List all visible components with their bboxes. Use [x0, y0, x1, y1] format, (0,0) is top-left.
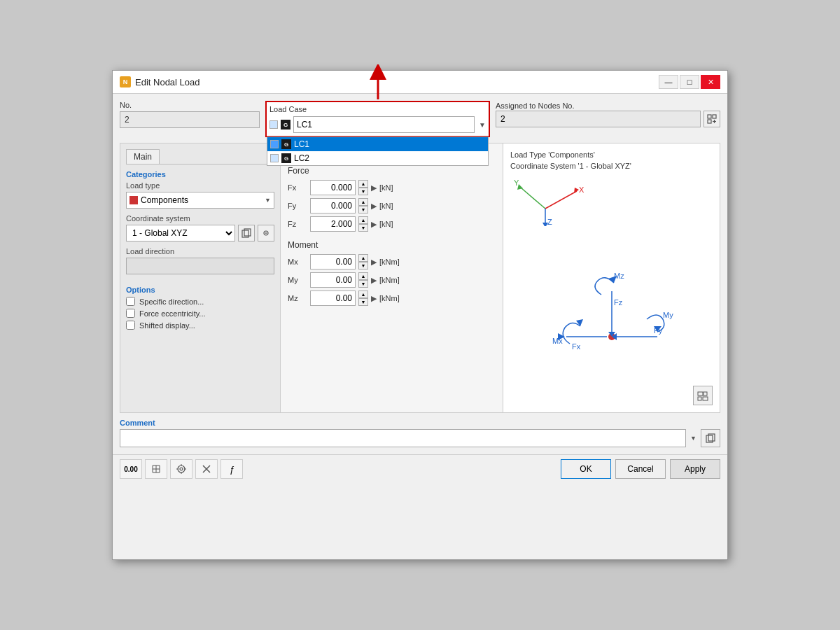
mz-spin-up[interactable]: ▲ — [358, 290, 368, 298]
left-panel: Main Categories Load type Components ▼ — [120, 143, 281, 413]
lc-opt1-check — [270, 140, 279, 148]
categories-section: Categories Load type Components ▼ Coor — [126, 170, 274, 280]
comment-dropdown-icon: ▼ — [689, 435, 698, 442]
options-section: Options Specific direction... Force ecce… — [126, 286, 274, 332]
close-button[interactable]: ✕ — [701, 75, 720, 89]
fz-input[interactable] — [310, 216, 356, 232]
mx-label: Mx — [288, 258, 307, 266]
ok-button[interactable]: OK — [561, 459, 611, 479]
fz-arrow-icon[interactable]: ▶ — [371, 220, 377, 229]
fy-spin-up[interactable]: ▲ — [358, 198, 368, 206]
load-type-select[interactable]: Components ▼ — [126, 192, 274, 209]
my-arrow-icon[interactable]: ▶ — [371, 276, 377, 285]
lc-selected-display[interactable]: LC1 — [293, 116, 475, 133]
my-input[interactable] — [310, 272, 356, 288]
fz-spin-up[interactable]: ▲ — [358, 216, 368, 224]
fx-arrow-icon[interactable]: ▶ — [371, 183, 377, 192]
main-tab-container: Main — [126, 149, 274, 164]
comment-input-row: ▼ — [120, 429, 720, 447]
fx-spin-up[interactable]: ▲ — [358, 180, 368, 188]
middle-panel: Parameters Force Fx ▲ ▼ ▶ [kN] Fy — [281, 143, 503, 413]
svg-rect-35 — [698, 392, 703, 396]
fz-label: Fz — [288, 220, 307, 228]
mx-row: Mx ▲ ▼ ▶ [kNm] — [288, 254, 496, 270]
load-type-icon — [130, 196, 138, 204]
no-input[interactable] — [120, 111, 260, 128]
svg-rect-37 — [698, 397, 701, 400]
main-tab[interactable]: Main — [126, 149, 160, 164]
comment-group: Comment ▼ — [120, 419, 720, 447]
right-panel: Load Type 'Components' Coordinate System… — [503, 143, 720, 413]
svg-text:Fy: Fy — [654, 326, 663, 335]
dialog-body: No. Load Case G LC1 ▼ — [113, 94, 727, 454]
tool-grid-button[interactable] — [145, 459, 167, 479]
fy-spin-down[interactable]: ▼ — [358, 206, 368, 214]
assign-nodes-button[interactable] — [704, 111, 720, 127]
fy-unit: [kN] — [379, 202, 393, 210]
coord-icon-btn2[interactable] — [258, 225, 274, 241]
comment-label: Comment — [120, 419, 720, 427]
svg-text:Fz: Fz — [614, 298, 623, 307]
svg-text:Z: Z — [547, 218, 552, 226]
my-spin-down[interactable]: ▼ — [358, 280, 368, 288]
footer-tools: 0.00 — [120, 459, 243, 479]
fy-arrow-icon[interactable]: ▶ — [371, 202, 377, 211]
svg-text:X: X — [579, 186, 584, 194]
categories-title: Categories — [126, 170, 274, 178]
comment-input[interactable] — [120, 429, 686, 447]
shifted-display-checkbox[interactable] — [126, 321, 135, 330]
assigned-input-row — [496, 111, 720, 127]
tool-decimal-button[interactable]: 0.00 — [120, 459, 142, 479]
lc-option-2[interactable]: G LC2 — [267, 151, 488, 165]
mz-row: Mz ▲ ▼ ▶ [kNm] — [288, 290, 496, 306]
load-type-arrow-icon: ▼ — [265, 197, 271, 204]
load-type-inner: Components — [130, 195, 188, 205]
diagram-settings-button[interactable] — [693, 386, 713, 405]
specific-dir-checkbox[interactable] — [126, 297, 135, 306]
settings-icon — [261, 228, 271, 238]
mz-input[interactable] — [310, 290, 356, 306]
mz-arrow-icon[interactable]: ▶ — [371, 294, 377, 303]
my-spin-up[interactable]: ▲ — [358, 272, 368, 280]
lc-option-1[interactable]: G LC1 — [267, 137, 488, 151]
fx-spin-down[interactable]: ▼ — [358, 188, 368, 195]
load-case-select-row[interactable]: G LC1 ▼ — [270, 116, 486, 133]
comment-copy-button[interactable] — [701, 429, 720, 447]
diagram-icon — [697, 390, 708, 401]
diagram-icon-btn[interactable] — [693, 386, 713, 405]
minimize-button[interactable]: — — [659, 75, 678, 89]
fx-unit: [kN] — [379, 183, 393, 192]
edit-nodal-load-dialog: N Edit Nodal Load — □ ✕ No. Load Case — [112, 70, 728, 560]
tool-formula-button[interactable]: ƒ — [220, 459, 243, 479]
fz-unit: [kN] — [379, 220, 393, 228]
specific-dir-label: Specific direction... — [139, 298, 204, 306]
mx-spinner: ▲ ▼ — [358, 254, 368, 270]
mz-spin-down[interactable]: ▼ — [358, 298, 368, 306]
lc-opt2-tag: G — [281, 153, 291, 163]
dialog-title: Edit Nodal Load — [135, 77, 200, 88]
fx-input[interactable] — [310, 180, 356, 195]
mx-spin-down[interactable]: ▼ — [358, 262, 368, 270]
maximize-button[interactable]: □ — [680, 75, 699, 89]
cancel-button[interactable]: Cancel — [615, 459, 666, 479]
coord-system-select[interactable]: 1 - Global XYZ — [126, 225, 235, 241]
force-ecc-checkbox[interactable] — [126, 309, 135, 318]
mx-arrow-icon[interactable]: ▶ — [371, 258, 377, 267]
apply-button[interactable]: Apply — [670, 459, 720, 479]
coord-icon-btn1[interactable] — [238, 225, 255, 241]
diagram-subtitle: Coordinate System '1 - Global XYZ' — [510, 162, 713, 170]
fz-spin-down[interactable]: ▼ — [358, 224, 368, 232]
fy-input[interactable] — [310, 198, 356, 214]
fx-spinner: ▲ ▼ — [358, 180, 368, 195]
tool-delete-button[interactable] — [195, 459, 218, 479]
red-arrow-svg — [368, 64, 388, 103]
lc-opt1-tag: G — [281, 139, 291, 149]
lc-opt1-text: LC1 — [294, 139, 309, 149]
svg-rect-36 — [704, 392, 707, 396]
mx-spin-up[interactable]: ▲ — [358, 254, 368, 262]
assigned-nodes-input[interactable] — [496, 111, 701, 127]
svg-point-47 — [178, 465, 185, 472]
footer-actions: OK Cancel Apply — [561, 459, 720, 479]
tool-target-button[interactable] — [170, 459, 192, 479]
mx-input[interactable] — [310, 254, 356, 270]
